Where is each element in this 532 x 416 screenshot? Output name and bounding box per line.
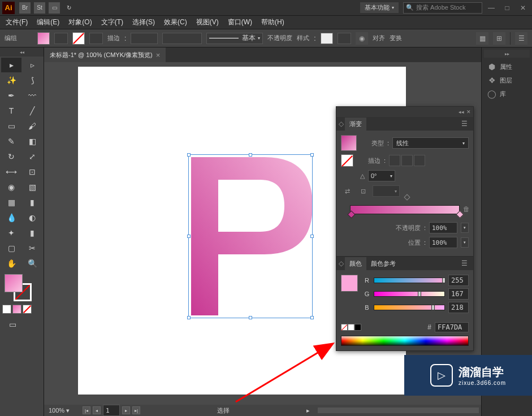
- perspective-tool[interactable]: ▧: [22, 180, 42, 194]
- maximize-button[interactable]: □: [500, 2, 514, 14]
- gradient-tool[interactable]: ▮: [22, 195, 42, 210]
- stroke-weight-dropdown[interactable]: [131, 33, 158, 44]
- color-mode-gradient[interactable]: [12, 305, 21, 314]
- transform-label[interactable]: 变换: [390, 34, 402, 42]
- next-artboard[interactable]: ▸: [122, 406, 130, 414]
- stroke-within-icon[interactable]: [389, 155, 400, 166]
- scale-tool[interactable]: ⤢: [22, 149, 42, 164]
- panel-menu-icon[interactable]: ☰: [515, 32, 527, 45]
- opacity-dropdown-arrow[interactable]: ▾: [461, 223, 469, 233]
- arrange-icon[interactable]: ▭: [49, 2, 60, 14]
- magic-wand-tool[interactable]: ✨: [1, 73, 21, 88]
- fill-stroke-indicator[interactable]: [5, 274, 32, 301]
- panel-drag-header[interactable]: ◂◂ ✕: [336, 107, 473, 117]
- brush-definition[interactable]: 基本▾: [206, 33, 263, 44]
- menu-type[interactable]: 文字(T): [97, 18, 128, 27]
- properties-panel-button[interactable]: ⬢ 属性: [484, 60, 530, 73]
- gradient-type-dropdown[interactable]: 线性▾: [392, 137, 469, 149]
- stroke-swatch[interactable]: [72, 32, 85, 45]
- color-preview[interactable]: [341, 275, 358, 292]
- slice-tool[interactable]: ✂: [22, 241, 42, 255]
- line-tool[interactable]: ╱: [22, 103, 42, 118]
- artboard-number[interactable]: 1: [103, 405, 120, 416]
- toolbar-collapse[interactable]: ◂◂: [0, 47, 44, 57]
- menu-window[interactable]: 窗口(W): [223, 18, 257, 27]
- minimize-button[interactable]: —: [485, 2, 498, 14]
- layers-panel-button[interactable]: ❖ 图层: [484, 73, 530, 87]
- stock-icon[interactable]: St: [34, 2, 45, 14]
- rectangle-tool[interactable]: ▭: [1, 119, 21, 133]
- first-artboard[interactable]: |◂: [83, 406, 90, 414]
- stroke-dropdown[interactable]: [89, 33, 103, 44]
- g-slider[interactable]: [374, 291, 445, 297]
- artboard-tool[interactable]: ▢: [1, 241, 21, 255]
- libraries-panel-button[interactable]: ◯ 库: [484, 87, 530, 101]
- pen-tool[interactable]: ✒: [1, 88, 21, 103]
- fill-indicator[interactable]: [5, 274, 23, 292]
- b-slider[interactable]: [374, 305, 445, 310]
- eyedropper-tool[interactable]: 💧: [1, 210, 21, 225]
- panels-collapse[interactable]: ▸▸: [484, 50, 530, 58]
- menu-effect[interactable]: 效果(C): [159, 18, 192, 27]
- menu-view[interactable]: 视图(V): [192, 18, 223, 27]
- color-spectrum[interactable]: [341, 336, 469, 346]
- document-tab[interactable]: 未标题-1* @ 100% (CMYK/像素预览) ×: [44, 47, 166, 62]
- color-mode-solid[interactable]: [2, 305, 11, 314]
- gradient-stroke-swatch[interactable]: [341, 154, 353, 167]
- panel-collapse-icon[interactable]: ◂◂: [459, 109, 464, 115]
- color-guide-tab[interactable]: 颜色参考: [366, 257, 400, 270]
- curvature-tool[interactable]: 〰: [22, 88, 42, 103]
- r-value-input[interactable]: 255: [448, 275, 469, 286]
- gradient-color-panel[interactable]: ◂◂ ✕ ◇ 渐变 ☰ 类型: 线性▾ 描边: △ 0°▾ ⇄ ⊡: [336, 106, 474, 351]
- selection-tool[interactable]: ▸: [1, 58, 21, 72]
- gradient-preview[interactable]: [341, 135, 357, 151]
- type-tool[interactable]: T: [1, 103, 21, 118]
- g-value-input[interactable]: 167: [448, 288, 469, 300]
- search-input[interactable]: 🔍 搜索 Adobe Stock: [403, 2, 482, 14]
- zoom-tool[interactable]: 🔍: [22, 256, 42, 271]
- shape-builder-tool[interactable]: ◉: [1, 180, 21, 194]
- rotate-tool[interactable]: ↻: [1, 149, 21, 164]
- reverse-gradient-icon[interactable]: ⇄: [341, 185, 353, 197]
- fill-dropdown[interactable]: [54, 33, 68, 44]
- panel-close-icon[interactable]: ✕: [466, 109, 471, 115]
- edit-contents-icon[interactable]: ⊞: [493, 32, 505, 45]
- style-dropdown[interactable]: [338, 33, 351, 44]
- location-dropdown-arrow[interactable]: ▾: [461, 237, 469, 248]
- isolation-icon[interactable]: ▦: [476, 32, 488, 45]
- draw-mode[interactable]: ▭: [2, 317, 23, 332]
- hand-tool[interactable]: ✋: [1, 256, 21, 271]
- close-button[interactable]: ✕: [516, 2, 530, 14]
- align-label[interactable]: 对齐: [373, 34, 385, 42]
- stroke-across-icon[interactable]: [414, 155, 425, 166]
- menu-object[interactable]: 对象(O): [64, 18, 96, 27]
- color-tab[interactable]: 颜色: [345, 257, 366, 270]
- free-transform-tool[interactable]: ⊡: [22, 164, 42, 179]
- r-slider[interactable]: [374, 278, 445, 283]
- menu-select[interactable]: 选择(S): [128, 18, 159, 27]
- last-artboard[interactable]: ▸|: [132, 406, 140, 414]
- delete-stop-icon[interactable]: 🗑: [463, 205, 470, 213]
- gradient-tab[interactable]: 渐变: [345, 118, 366, 131]
- workspace-switcher[interactable]: 基本功能▾: [360, 2, 399, 13]
- fill-swatch[interactable]: [37, 32, 50, 45]
- shaper-tool[interactable]: ✎: [1, 134, 21, 149]
- lasso-tool[interactable]: ⟆: [22, 73, 42, 88]
- gradient-angle-input[interactable]: 0°▾: [368, 170, 395, 181]
- bridge-icon[interactable]: Br: [19, 2, 31, 14]
- paintbrush-tool[interactable]: 🖌: [22, 119, 42, 133]
- column-graph-tool[interactable]: ▮: [22, 226, 42, 240]
- prev-artboard[interactable]: ◂: [93, 406, 101, 414]
- horizontal-scrollbar[interactable]: [318, 408, 479, 413]
- sync-icon[interactable]: ↻: [63, 2, 75, 14]
- none-white-black-swatches[interactable]: [341, 324, 361, 331]
- zoom-level[interactable]: 100% ▾: [46, 407, 80, 414]
- direct-selection-tool[interactable]: ▹: [22, 58, 42, 72]
- color-panel-menu-icon[interactable]: ☰: [458, 259, 471, 267]
- blend-tool[interactable]: ◐: [22, 210, 42, 225]
- var-width-dropdown[interactable]: [162, 33, 202, 44]
- menu-help[interactable]: 帮助(H): [257, 18, 289, 27]
- eraser-tool[interactable]: ◧: [22, 134, 42, 149]
- letter-p-object[interactable]: [191, 157, 313, 315]
- stroke-along-icon[interactable]: [401, 155, 413, 166]
